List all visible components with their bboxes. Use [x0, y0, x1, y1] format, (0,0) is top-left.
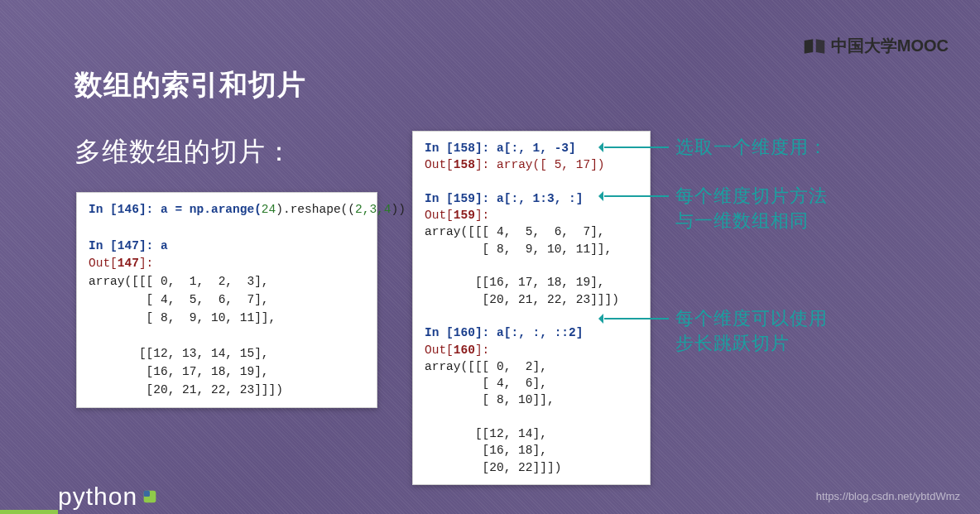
brand-text: 中国大学MOOC	[831, 35, 949, 57]
book-icon	[803, 37, 826, 55]
code-block-right: In [158]: a[:, 1, -3] Out[158]: array([ …	[412, 131, 651, 485]
svg-rect-1	[144, 491, 150, 497]
annotation-1: 选取一个维度用：	[675, 135, 828, 160]
python-icon	[141, 488, 159, 506]
array-output-147: array([[[ 0, 1, 2, 3], [ 4, 5, 6, 7], [ …	[89, 275, 283, 396]
python-text: python	[58, 483, 137, 511]
annotation-3: 每个维度可以使用 步长跳跃切片	[675, 306, 828, 355]
array-output-159: array([[[ 4, 5, 6, 7], [ 8, 9, 10, 11]],…	[425, 225, 619, 305]
array-output-160: array([[[ 0, 2], [ 4, 6], [ 8, 10]], [[1…	[425, 360, 561, 474]
watermark: https://blog.csdn.net/ybtdWmz	[816, 490, 960, 502]
brand-logo: 中国大学MOOC	[803, 35, 949, 57]
slide-heading: 数组的索引和切片	[74, 66, 306, 104]
arrow-icon	[604, 318, 669, 319]
code-block-left: In [146]: a = np.arange(24).reshape((2,3…	[76, 192, 377, 408]
python-logo: python	[58, 483, 159, 511]
arrow-icon	[604, 195, 669, 197]
accent-bar	[0, 510, 58, 514]
annotation-2: 每个维度切片方法 与一维数组相同	[675, 184, 828, 233]
arrow-icon	[604, 147, 669, 148]
slide-subheading: 多维数组的切片：	[74, 134, 293, 171]
